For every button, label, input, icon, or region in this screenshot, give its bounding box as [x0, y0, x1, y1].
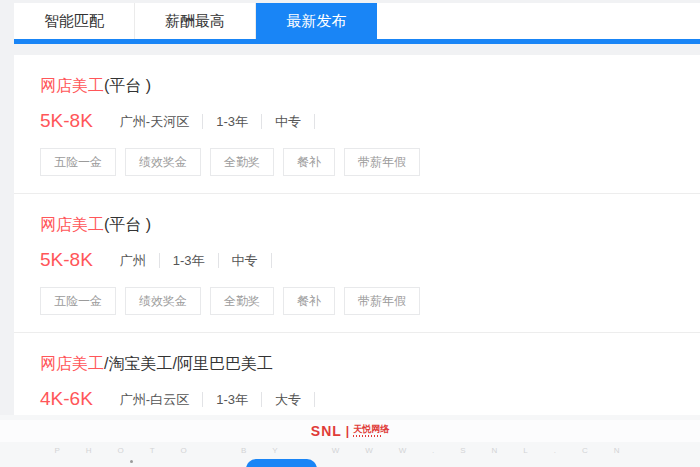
brand-logo-subtext: [353, 435, 381, 437]
job-row[interactable]: 网店美工(平台 ) 5K-8K 广州 1-3年 中专 五险一金 绩效奖金 全勤奖…: [14, 194, 700, 333]
main-panel: 智能匹配 薪酬最高 最新发布 网店美工(平台 ) 5K-8K 广州-天河区 1-…: [14, 3, 700, 415]
benefit-tags-row: 五险一金 绩效奖金 全勤奖 餐补 带薪年假: [40, 148, 700, 176]
job-list: 网店美工(平台 ) 5K-8K 广州-天河区 1-3年 中专 五险一金 绩效奖金…: [14, 55, 700, 415]
experience-text: 1-3年: [203, 392, 262, 407]
cutoff-glyph-dot: [130, 460, 133, 463]
tab-smart-match[interactable]: 智能匹配: [14, 3, 135, 39]
experience-text: 1-3年: [203, 114, 262, 129]
job-title-secondary: /淘宝美工/阿里巴巴美工: [104, 355, 273, 372]
tab-bar: 智能匹配 薪酬最高 最新发布: [14, 3, 700, 39]
brand-logo: SNL | 天悦网络: [311, 423, 389, 439]
benefit-tag: 绩效奖金: [125, 287, 201, 315]
job-title-secondary: (平台 ): [104, 77, 151, 94]
salary-text: 5K-8K: [40, 110, 93, 132]
benefit-tag: 绩效奖金: [125, 148, 201, 176]
tab-highest-salary[interactable]: 薪酬最高: [135, 3, 256, 39]
education-text: 中专: [262, 114, 315, 129]
benefit-tag: 五险一金: [40, 287, 116, 315]
job-title[interactable]: 网店美工(平台 ): [40, 215, 700, 236]
salary-row: 4K-6K 广州-白云区 1-3年 大专: [40, 388, 700, 410]
salary-row: 5K-8K 广州-天河区 1-3年 中专: [40, 110, 700, 132]
footer-watermark-area: SNL | 天悦网络 PHOTO BY WWW.SNL.CN: [0, 415, 700, 467]
brand-logo-chinese: 天悦网络: [353, 425, 389, 434]
tab-latest-posted[interactable]: 最新发布: [256, 3, 377, 39]
education-text: 中专: [219, 253, 272, 268]
job-title-primary: 网店美工: [40, 216, 104, 233]
job-row[interactable]: 网店美工/淘宝美工/阿里巴巴美工 4K-6K 广州-白云区 1-3年 大专: [14, 333, 700, 415]
job-title-primary: 网店美工: [40, 355, 104, 372]
salary-row: 5K-8K 广州 1-3年 中专: [40, 249, 700, 271]
job-title[interactable]: 网店美工/淘宝美工/阿里巴巴美工: [40, 354, 700, 375]
job-title[interactable]: 网店美工(平台 ): [40, 76, 700, 97]
salary-text: 4K-6K: [40, 388, 93, 410]
education-text: 大专: [262, 392, 315, 407]
location-text: 广州-天河区: [107, 114, 203, 129]
brand-logo-text: SNL: [311, 423, 342, 439]
experience-text: 1-3年: [160, 253, 219, 268]
job-list-screen: 智能匹配 薪酬最高 最新发布 网店美工(平台 ) 5K-8K 广州-天河区 1-…: [0, 0, 700, 467]
benefit-tag: 带薪年假: [344, 287, 420, 315]
benefit-tag: 餐补: [283, 287, 335, 315]
benefit-tags-row: 五险一金 绩效奖金 全勤奖 餐补 带薪年假: [40, 287, 700, 315]
location-text: 广州-白云区: [107, 392, 203, 407]
benefit-tag: 餐补: [283, 148, 335, 176]
benefit-tag: 全勤奖: [210, 287, 274, 315]
brand-logo-separator: |: [346, 424, 349, 438]
brand-logo-band: SNL | 天悦网络: [0, 420, 700, 442]
benefit-tag: 五险一金: [40, 148, 116, 176]
watermark-text: PHOTO BY WWW.SNL.CN: [0, 446, 700, 455]
location-text: 广州: [107, 253, 160, 268]
salary-text: 5K-8K: [40, 249, 93, 271]
tab-content-gap: [14, 44, 700, 55]
benefit-tag: 带薪年假: [344, 148, 420, 176]
benefit-tag: 全勤奖: [210, 148, 274, 176]
job-row[interactable]: 网店美工(平台 ) 5K-8K 广州-天河区 1-3年 中专 五险一金 绩效奖金…: [14, 55, 700, 194]
cutoff-blue-button[interactable]: [246, 459, 317, 467]
job-title-secondary: (平台 ): [104, 216, 151, 233]
brand-logo-cn-wrap: 天悦网络: [353, 425, 389, 437]
job-title-primary: 网店美工: [40, 77, 104, 94]
